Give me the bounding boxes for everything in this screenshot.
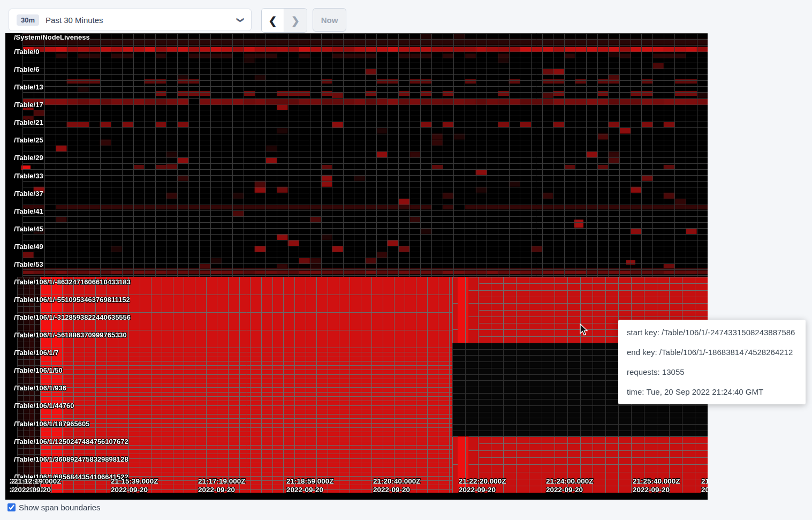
time-range-select[interactable]: 30m Past 30 Minutes ❯ (9, 9, 252, 31)
back-button[interactable]: ❮ (262, 9, 284, 32)
now-button[interactable]: Now (313, 8, 346, 32)
time-range-label: Past 30 Minutes (45, 16, 103, 25)
heatmap-canvas[interactable] (5, 33, 708, 500)
time-nav-group: ❮ ❯ (261, 8, 307, 33)
chevron-right-icon: ❯ (291, 14, 300, 27)
chevron-left-icon: ❮ (269, 14, 277, 27)
key-visualizer-heatmap[interactable]: /System/NodeLiveness/Table/0/Table/6/Tab… (5, 33, 708, 500)
heatmap-tooltip: start key: /Table/106/1/-247433150824388… (618, 320, 806, 404)
tooltip-line: time: Tue, 20 Sep 2022 21:24:40 GMT (627, 388, 797, 396)
show-span-boundaries-checkbox[interactable] (7, 503, 16, 511)
tooltip-line: end key: /Table/106/1/-18683814745282642… (627, 348, 797, 356)
chevron-down-icon: ❯ (237, 17, 245, 23)
tooltip-line: requests: 13055 (627, 368, 797, 376)
show-span-boundaries-label: Show span boundaries (19, 503, 101, 512)
forward-button[interactable]: ❯ (284, 9, 307, 32)
show-span-boundaries-control[interactable]: Show span boundaries (7, 503, 101, 512)
tooltip-line: start key: /Table/106/1/-247433150824388… (627, 328, 797, 336)
time-range-badge: 30m (17, 14, 39, 26)
